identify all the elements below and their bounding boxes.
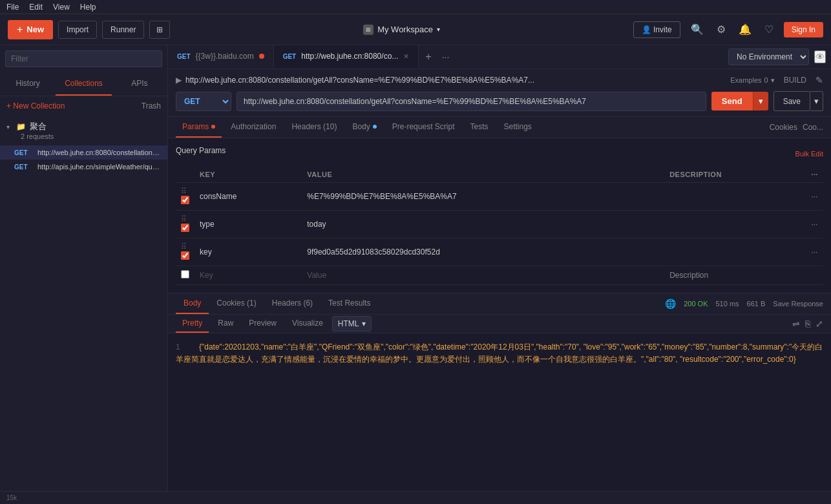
- request-item-2[interactable]: GET http://apis.juhe.cn/simpleWeather/qu…: [0, 160, 167, 174]
- wrap-icon-button[interactable]: ⇌: [792, 319, 800, 329]
- request-tab-0[interactable]: GET {{3w}}.baidu.com: [168, 45, 274, 68]
- request-tab-1[interactable]: GET http://web.juhe.cn:8080/co... ✕: [274, 45, 419, 68]
- response-tab-headers[interactable]: Headers (6): [264, 293, 321, 314]
- url-input[interactable]: [237, 92, 706, 111]
- config-tab-prerequest[interactable]: Pre-request Script: [386, 117, 461, 138]
- param-check-1[interactable]: [181, 196, 189, 204]
- search-icon-button[interactable]: 🔍: [688, 21, 706, 38]
- tab-method-0: GET: [177, 53, 191, 60]
- trash-button[interactable]: Trash: [142, 101, 161, 110]
- request-tabs-bar: GET {{3w}}.baidu.com GET http://web.juhe…: [168, 45, 831, 69]
- response-tab-tests[interactable]: Test Results: [321, 293, 378, 314]
- new-button[interactable]: + New: [8, 20, 53, 39]
- build-button[interactable]: BUILD: [779, 74, 812, 86]
- tab-add-button[interactable]: +: [419, 46, 437, 68]
- import-button[interactable]: Import: [58, 21, 97, 39]
- send-button[interactable]: Send: [711, 92, 753, 110]
- tab-close-1[interactable]: ✕: [403, 52, 409, 61]
- coo-button[interactable]: Coo...: [803, 123, 823, 132]
- param-more-3[interactable]: ···: [806, 238, 823, 266]
- param-check-placeholder[interactable]: [181, 270, 189, 278]
- param-key-3: key: [195, 238, 302, 266]
- signin-button[interactable]: Sign In: [784, 22, 823, 37]
- breadcrumb-row: ▶ http://web.juhe.cn:8080/constellation/…: [176, 74, 823, 86]
- invite-button[interactable]: 👤 Invite: [633, 21, 680, 38]
- param-row-1: ⠿ consName %E7%99%BD%E7%BE%8A%E5%BA%A7 ·…: [176, 183, 823, 211]
- row-drag-3[interactable]: ⠿: [181, 242, 189, 251]
- method-select[interactable]: GET POST PUT DELETE PATCH: [176, 92, 231, 111]
- menu-file[interactable]: File: [6, 3, 19, 12]
- heart-icon-button[interactable]: ♡: [762, 21, 776, 38]
- url-input-row: GET POST PUT DELETE PATCH Send ▾ Save ▾: [176, 91, 823, 111]
- save-button-group: Save ▾: [773, 91, 823, 111]
- menu-edit[interactable]: Edit: [29, 3, 43, 12]
- config-tab-settings[interactable]: Settings: [498, 117, 538, 138]
- config-tab-tests[interactable]: Tests: [463, 117, 494, 138]
- sidebar-tab-apis[interactable]: APIs: [112, 72, 167, 96]
- format-type-dropdown[interactable]: HTML ▾: [332, 316, 372, 331]
- tab-more-button[interactable]: ···: [438, 47, 454, 67]
- menu-help[interactable]: Help: [80, 3, 96, 12]
- notifications-icon-button[interactable]: 🔔: [736, 21, 754, 38]
- config-tab-authorization[interactable]: Authorization: [224, 117, 282, 138]
- request-item-1[interactable]: GET http://web.juhe.cn:8080/constellatio…: [0, 145, 167, 160]
- config-tab-body[interactable]: Body: [346, 117, 383, 138]
- format-tab-preview[interactable]: Preview: [242, 315, 283, 333]
- workspace-icon-button[interactable]: ⊞: [149, 21, 170, 39]
- breadcrumb-url: http://web.juhe.cn:8080/constellation/ge…: [185, 76, 726, 85]
- sidebar-tab-history[interactable]: History: [0, 72, 56, 96]
- format-tab-pretty[interactable]: Pretty: [176, 315, 209, 333]
- format-type-chevron: ▾: [362, 319, 366, 328]
- workspace-selector[interactable]: ⊞ My Workspace ▾: [175, 25, 627, 35]
- runner-button[interactable]: Runner: [102, 21, 144, 39]
- row-drag-1[interactable]: ⠿: [181, 187, 189, 196]
- collection-requests-count: 2 requests: [21, 132, 161, 140]
- bottom-bar: 15k: [0, 491, 831, 504]
- examples-label: Examples: [730, 76, 761, 84]
- edit-pencil-button[interactable]: ✎: [815, 75, 823, 85]
- collection-name: 聚合: [30, 121, 47, 132]
- settings-icon-button[interactable]: ⚙: [714, 21, 728, 38]
- save-dropdown-button[interactable]: ▾: [810, 91, 823, 111]
- param-check-3[interactable]: [181, 251, 189, 260]
- menu-view[interactable]: View: [53, 3, 70, 12]
- user-icon: 👤: [642, 25, 651, 34]
- save-button[interactable]: Save: [773, 91, 810, 111]
- environment-selector[interactable]: No Environment: [728, 48, 809, 65]
- send-dropdown-button[interactable]: ▾: [753, 92, 768, 110]
- param-more-1[interactable]: ···: [806, 183, 823, 211]
- cookies-button[interactable]: Cookies: [770, 123, 797, 132]
- params-table: KEY VALUE DESCRIPTION ··· ⠿ consName %E7…: [176, 167, 823, 285]
- param-more-2[interactable]: ···: [806, 211, 823, 238]
- params-col-more: ···: [806, 167, 823, 183]
- row-drag-2[interactable]: ⠿: [181, 215, 189, 224]
- fullscreen-icon-button[interactable]: ⤢: [815, 319, 823, 329]
- line-num-1: 1: [176, 341, 189, 353]
- param-row-2: ⠿ type today ···: [176, 211, 823, 238]
- param-row-3: ⠿ key 9f9ed0a55d2d91083c58029dcd30f52d ·…: [176, 238, 823, 266]
- param-check-2[interactable]: [181, 224, 189, 232]
- response-tab-cookies[interactable]: Cookies (1): [209, 293, 264, 314]
- response-tabs: Body Cookies (1) Headers (6) Test Result…: [168, 293, 831, 315]
- tab-method-1: GET: [283, 53, 297, 60]
- collection-header[interactable]: ▾ 📁 聚合: [6, 121, 161, 132]
- status-badge: 200 OK: [684, 300, 708, 308]
- save-response-button[interactable]: Save Response: [773, 300, 823, 308]
- config-tab-params[interactable]: Params: [176, 117, 222, 138]
- bulk-edit-button[interactable]: Bulk Edit: [795, 150, 823, 158]
- response-tab-body[interactable]: Body: [176, 293, 209, 314]
- examples-badge[interactable]: Examples 0 ▾: [730, 76, 774, 85]
- format-tab-visualize[interactable]: Visualize: [286, 315, 330, 333]
- sidebar-tab-collections[interactable]: Collections: [56, 72, 111, 96]
- format-tab-raw[interactable]: Raw: [211, 315, 240, 333]
- response-body: 1{"date":20201203,"name":"白羊座","QFriend"…: [168, 333, 831, 491]
- search-input[interactable]: [5, 50, 162, 67]
- new-collection-button[interactable]: + New Collection: [6, 101, 65, 110]
- workspace-chevron-icon: ▾: [437, 26, 440, 33]
- copy-icon-button[interactable]: ⎘: [805, 319, 810, 329]
- param-key-2: type: [195, 211, 302, 238]
- breadcrumb-arrow: ▶: [176, 76, 182, 85]
- globe-icon: 🌐: [665, 299, 676, 309]
- config-tab-headers[interactable]: Headers (10): [285, 117, 343, 138]
- eye-icon-button[interactable]: 👁: [814, 50, 826, 63]
